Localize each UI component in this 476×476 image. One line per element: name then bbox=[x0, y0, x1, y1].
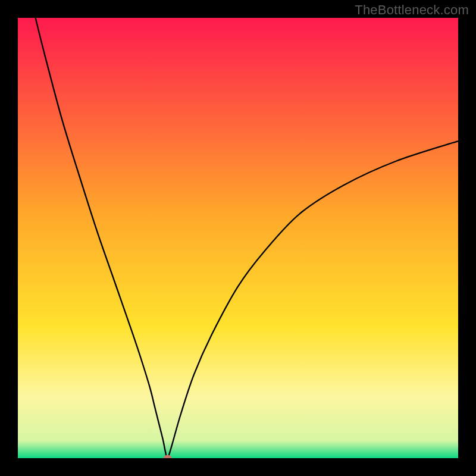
watermark-text: TheBottleneck.com bbox=[355, 2, 469, 18]
chart-frame: TheBottleneck.com bbox=[0, 0, 476, 476]
gradient-background bbox=[18, 18, 458, 458]
chart-svg bbox=[18, 18, 458, 458]
plot-area bbox=[18, 18, 458, 458]
